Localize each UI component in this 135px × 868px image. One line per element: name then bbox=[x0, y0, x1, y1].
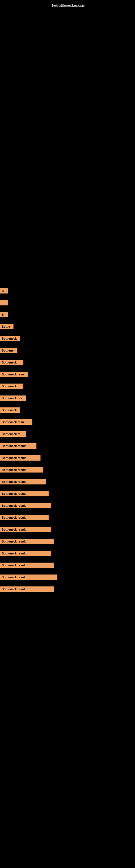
bottleneck-item: Bottleneck res bbox=[0, 392, 135, 404]
bottleneck-label[interactable]: Bottleneck r bbox=[0, 360, 23, 365]
bottleneck-item: Bottle bbox=[0, 321, 135, 333]
bottleneck-label[interactable]: Bottleneck resu bbox=[0, 420, 32, 425]
bottleneck-item: B bbox=[0, 285, 135, 297]
bottleneck-item: Bottleneck result bbox=[0, 500, 135, 512]
bottleneck-item: Bottleneck result bbox=[0, 476, 135, 488]
bottleneck-label[interactable]: Bottleneck result bbox=[0, 551, 51, 556]
bottleneck-item: Bottleneck result bbox=[0, 535, 135, 547]
bottleneck-item: Bottleneck result bbox=[0, 571, 135, 583]
bottleneck-label[interactable]: Bottleneck result bbox=[0, 575, 57, 580]
bottleneck-label[interactable]: Bottleneck result bbox=[0, 491, 49, 496]
bottleneck-label[interactable]: Bottleneck result bbox=[0, 515, 49, 520]
bottleneck-label[interactable]: | bbox=[0, 300, 8, 305]
bottleneck-label[interactable]: Bottle bbox=[0, 324, 13, 329]
bottleneck-item: Bottleneck result bbox=[0, 547, 135, 559]
bottleneck-label[interactable]: Bottleneck result bbox=[0, 467, 43, 472]
bottleneck-label[interactable]: Bottleneck result bbox=[0, 455, 41, 461]
bottleneck-item: B bbox=[0, 309, 135, 321]
bottleneck-label[interactable]: Bottleneck bbox=[0, 336, 20, 341]
bottleneck-item: Bottleneck result bbox=[0, 440, 135, 452]
bottleneck-item: Bottleneck bbox=[0, 333, 135, 344]
bottleneck-label[interactable]: Bottleneck result bbox=[0, 539, 54, 544]
bottleneck-label[interactable]: Bottleneck res bbox=[0, 396, 26, 401]
bottleneck-item: Bottleneck result bbox=[0, 559, 135, 571]
bottleneck-item: Bottleneck resu bbox=[0, 416, 135, 428]
bottleneck-label[interactable]: Bottleneck resu bbox=[0, 372, 28, 377]
bottleneck-label[interactable]: Bottleneck r bbox=[0, 383, 23, 389]
site-title: TheBottlenecker.com bbox=[0, 1, 135, 10]
bottleneck-label[interactable]: Bottleneck result bbox=[0, 479, 46, 485]
bottleneck-item: Bottleneck resu bbox=[0, 368, 135, 380]
bottleneck-item: Bottleneck result bbox=[0, 583, 135, 595]
bottleneck-item: Bottleneck bbox=[0, 404, 135, 416]
bottleneck-item: Bottleneck result bbox=[0, 464, 135, 476]
bottleneck-label[interactable]: Bottlene bbox=[0, 348, 17, 353]
bottleneck-item: | bbox=[0, 297, 135, 309]
bottleneck-item: Bottleneck r bbox=[0, 356, 135, 368]
bottleneck-label[interactable]: Bottleneck result bbox=[0, 503, 51, 508]
bottleneck-label[interactable]: B bbox=[0, 312, 8, 317]
bottleneck-label[interactable]: Bottleneck re bbox=[0, 431, 26, 437]
bottleneck-item: Bottleneck result bbox=[0, 488, 135, 500]
bottleneck-label[interactable]: Bottleneck bbox=[0, 407, 20, 413]
bottleneck-list: B|BBottleBottleneckBottleneBottleneck rB… bbox=[0, 285, 135, 595]
bottleneck-item: Bottleneck result bbox=[0, 512, 135, 524]
bottleneck-label[interactable]: Bottleneck result bbox=[0, 443, 37, 448]
bottleneck-label[interactable]: Bottleneck result bbox=[0, 563, 54, 568]
bottleneck-item: Bottleneck r bbox=[0, 380, 135, 392]
bottleneck-item: Bottlene bbox=[0, 344, 135, 356]
bottleneck-label[interactable]: Bottleneck result bbox=[0, 527, 51, 532]
bottleneck-item: Bottleneck re bbox=[0, 428, 135, 440]
bottleneck-label[interactable]: Bottleneck result bbox=[0, 586, 54, 592]
bottleneck-item: Bottleneck result bbox=[0, 452, 135, 464]
bottleneck-label[interactable]: B bbox=[0, 288, 8, 293]
bottleneck-item: Bottleneck result bbox=[0, 524, 135, 535]
